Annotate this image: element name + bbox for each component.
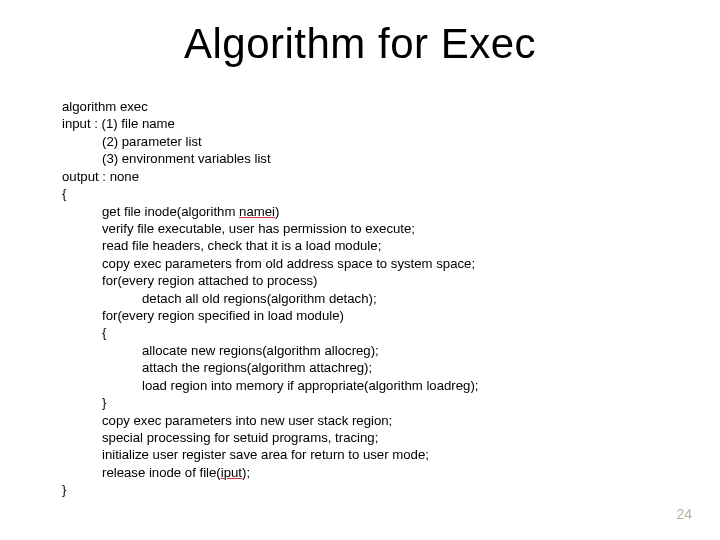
code-line: verify file executable, user has permiss… bbox=[62, 220, 662, 237]
code-line: { bbox=[62, 185, 662, 202]
code-line: (2) parameter list bbox=[62, 133, 662, 150]
code-line: detach all old regions(algorithm detach)… bbox=[62, 290, 662, 307]
code-line: for(every region attached to process) bbox=[62, 272, 662, 289]
code-line: load region into memory if appropriate(a… bbox=[62, 377, 662, 394]
code-line: attach the regions(algorithm attachreg); bbox=[62, 359, 662, 376]
code-line: } bbox=[62, 481, 662, 498]
code-line: read file headers, check that it is a lo… bbox=[62, 237, 662, 254]
code-line: initialize user register save area for r… bbox=[62, 446, 662, 463]
code-line: copy exec parameters into new user stack… bbox=[62, 412, 662, 429]
code-line: copy exec parameters from old address sp… bbox=[62, 255, 662, 272]
code-line: get file inode(algorithm namei) bbox=[62, 203, 662, 220]
underlined-token: iput bbox=[221, 465, 242, 480]
code-line: } bbox=[62, 394, 662, 411]
code-line: algorithm exec bbox=[62, 98, 662, 115]
code-line: { bbox=[62, 324, 662, 341]
code-line: (3) environment variables list bbox=[62, 150, 662, 167]
slide: Algorithm for Exec algorithm exec input … bbox=[0, 0, 720, 540]
code-line: special processing for setuid programs, … bbox=[62, 429, 662, 446]
page-number: 24 bbox=[676, 506, 692, 522]
code-line: allocate new regions(algorithm allocreg)… bbox=[62, 342, 662, 359]
underlined-token: namei bbox=[239, 204, 275, 219]
algorithm-body: algorithm exec input : (1) file name (2)… bbox=[62, 98, 662, 499]
code-line: release inode of file(iput); bbox=[62, 464, 662, 481]
code-line: for(every region specified in load modul… bbox=[62, 307, 662, 324]
code-line: input : (1) file name bbox=[62, 115, 662, 132]
code-line: output : none bbox=[62, 168, 662, 185]
slide-title: Algorithm for Exec bbox=[0, 20, 720, 68]
